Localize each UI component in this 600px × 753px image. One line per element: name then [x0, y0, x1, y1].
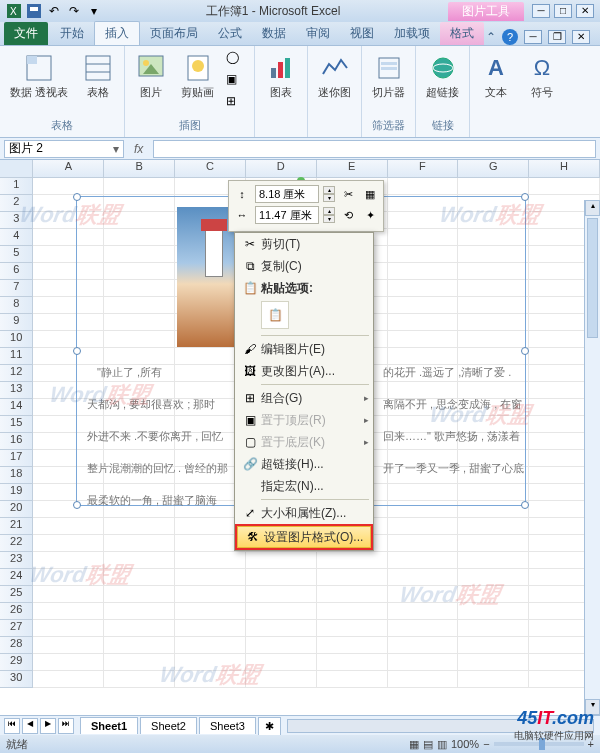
menu-copy[interactable]: ⧉复制(C)	[235, 255, 373, 277]
height-down-button[interactable]: ▾	[323, 194, 335, 202]
zoom-out-button[interactable]: −	[483, 738, 489, 750]
qat-dropdown-icon[interactable]: ▾	[86, 3, 102, 19]
view-normal-icon[interactable]: ▦	[409, 738, 419, 751]
sheet-tab-3[interactable]: Sheet3	[199, 717, 256, 734]
cell[interactable]	[458, 637, 529, 654]
cell[interactable]	[317, 671, 388, 688]
cell[interactable]	[317, 586, 388, 603]
cell[interactable]	[246, 552, 317, 569]
cell[interactable]	[246, 603, 317, 620]
cell[interactable]	[458, 552, 529, 569]
cell[interactable]	[33, 671, 104, 688]
pivot-table-button[interactable]: 数据 透视表	[8, 50, 70, 101]
clipart-button[interactable]: 剪贴画	[179, 50, 216, 114]
tab-home[interactable]: 开始	[50, 22, 94, 45]
workbook-close-button[interactable]: ✕	[572, 30, 590, 44]
cell[interactable]	[317, 620, 388, 637]
cell[interactable]	[33, 603, 104, 620]
cell[interactable]	[458, 620, 529, 637]
cell[interactable]	[458, 654, 529, 671]
zoom-level[interactable]: 100%	[451, 738, 479, 750]
menu-edit-picture[interactable]: 🖌编辑图片(E)	[235, 338, 373, 360]
row-header[interactable]: 18	[0, 467, 33, 484]
sheet-tab-2[interactable]: Sheet2	[140, 717, 197, 734]
row-header[interactable]: 6	[0, 263, 33, 280]
cell[interactable]	[458, 535, 529, 552]
width-down-button[interactable]: ▾	[323, 215, 335, 223]
sheet-next-button[interactable]: ▶	[40, 718, 56, 734]
menu-send-back[interactable]: ▢置于底层(K)▸	[235, 431, 373, 453]
cell[interactable]	[33, 620, 104, 637]
sheet-first-button[interactable]: ⏮	[4, 718, 20, 734]
tab-file[interactable]: 文件	[4, 22, 48, 45]
tab-page-layout[interactable]: 页面布局	[140, 22, 208, 45]
new-sheet-button[interactable]: ✱	[258, 717, 281, 735]
view-break-icon[interactable]: ▥	[437, 738, 447, 751]
row-header[interactable]: 21	[0, 518, 33, 535]
row-header[interactable]: 13	[0, 382, 33, 399]
name-box-dropdown-icon[interactable]: ▾	[113, 142, 119, 156]
text-button[interactable]: A文本	[478, 50, 514, 101]
tab-format[interactable]: 格式	[440, 22, 484, 45]
cell[interactable]	[104, 518, 175, 535]
cell[interactable]	[388, 178, 459, 195]
col-header[interactable]: C	[175, 160, 246, 177]
col-header[interactable]: E	[317, 160, 388, 177]
row-header[interactable]: 30	[0, 671, 33, 688]
tab-review[interactable]: 审阅	[296, 22, 340, 45]
cell[interactable]	[175, 552, 246, 569]
cell[interactable]	[529, 178, 600, 195]
close-button[interactable]: ✕	[576, 4, 594, 18]
row-header[interactable]: 16	[0, 433, 33, 450]
col-header[interactable]: G	[458, 160, 529, 177]
cell[interactable]	[388, 671, 459, 688]
row-header[interactable]: 8	[0, 297, 33, 314]
row-header[interactable]: 29	[0, 654, 33, 671]
menu-format-picture[interactable]: 🛠设置图片格式(O)...	[237, 526, 371, 548]
row-header[interactable]: 11	[0, 348, 33, 365]
tab-formula[interactable]: 公式	[208, 22, 252, 45]
resize-handle-w[interactable]	[73, 347, 81, 355]
menu-change-picture[interactable]: 🖼更改图片(A)...	[235, 360, 373, 382]
row-header[interactable]: 28	[0, 637, 33, 654]
picture-button[interactable]: 图片	[133, 50, 169, 114]
cell[interactable]	[388, 637, 459, 654]
redo-icon[interactable]: ↷	[66, 3, 82, 19]
cell[interactable]	[458, 671, 529, 688]
formula-input[interactable]	[153, 140, 596, 158]
width-input[interactable]	[255, 206, 319, 224]
menu-assign-macro[interactable]: 指定宏(N)...	[235, 475, 373, 497]
save-icon[interactable]	[26, 3, 42, 19]
workbook-minimize-button[interactable]: ─	[524, 30, 542, 44]
sheet-tab-1[interactable]: Sheet1	[80, 717, 138, 734]
maximize-button[interactable]: □	[554, 4, 572, 18]
view-layout-icon[interactable]: ▤	[423, 738, 433, 751]
table-button[interactable]: 表格	[80, 50, 116, 101]
paste-option-button[interactable]: 📋	[261, 301, 289, 329]
hyperlink-button[interactable]: 超链接	[424, 50, 461, 101]
cell[interactable]	[104, 637, 175, 654]
col-header[interactable]: D	[246, 160, 317, 177]
shapes-icon[interactable]: ◯	[226, 50, 246, 70]
col-header[interactable]: H	[529, 160, 600, 177]
resize-handle-e[interactable]	[521, 347, 529, 355]
col-header[interactable]: A	[33, 160, 104, 177]
cell[interactable]	[388, 518, 459, 535]
resize-handle-se[interactable]	[521, 501, 529, 509]
row-header[interactable]: 19	[0, 484, 33, 501]
undo-icon[interactable]: ↶	[46, 3, 62, 19]
row-header[interactable]: 22	[0, 535, 33, 552]
cell[interactable]	[33, 654, 104, 671]
row-header[interactable]: 4	[0, 229, 33, 246]
row-header[interactable]: 20	[0, 501, 33, 518]
row-header[interactable]: 5	[0, 246, 33, 263]
sheet-last-button[interactable]: ⏭	[58, 718, 74, 734]
tab-addins[interactable]: 加载项	[384, 22, 440, 45]
row-header[interactable]: 10	[0, 331, 33, 348]
menu-size-properties[interactable]: ⤢大小和属性(Z)...	[235, 502, 373, 524]
ribbon-minimize-icon[interactable]: ⌃	[486, 30, 496, 44]
cell[interactable]	[458, 178, 529, 195]
cell[interactable]	[317, 637, 388, 654]
row-header[interactable]: 17	[0, 450, 33, 467]
cell[interactable]	[246, 586, 317, 603]
